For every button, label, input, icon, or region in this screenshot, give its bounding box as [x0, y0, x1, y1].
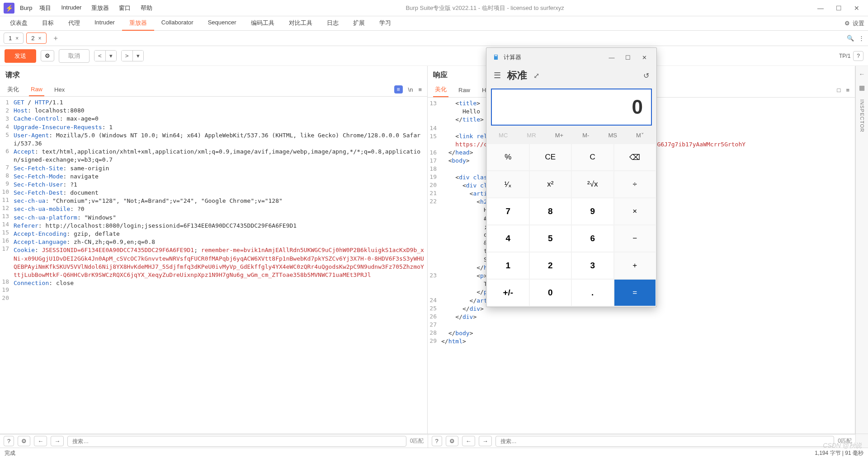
- main-tab-6[interactable]: Sequencer: [201, 16, 244, 31]
- nav-fwd-drop[interactable]: ▾: [133, 51, 143, 61]
- calc-btn-x²[interactable]: x²: [530, 171, 571, 197]
- calc-btn-⌫[interactable]: ⌫: [614, 144, 656, 170]
- calc-btn-×[interactable]: ×: [614, 198, 656, 224]
- menu-app[interactable]: Burp: [19, 3, 33, 13]
- main-tab-10[interactable]: 扩展: [346, 16, 372, 31]
- panel-tab-美化[interactable]: 美化: [433, 83, 448, 97]
- gear-icon[interactable]: ⚙: [446, 436, 458, 446]
- calc-history-icon[interactable]: ↺: [643, 71, 649, 80]
- main-tab-0[interactable]: 仪表盘: [3, 16, 35, 31]
- sub-tab-1[interactable]: 1×: [4, 33, 24, 44]
- settings-label[interactable]: 设置: [853, 19, 864, 28]
- main-tab-4[interactable]: 重放器: [122, 16, 154, 31]
- panel-tab-Raw[interactable]: Raw: [29, 83, 44, 96]
- help-icon[interactable]: ?: [432, 436, 442, 446]
- prev-match-button[interactable]: ←: [34, 436, 47, 446]
- prev-match-button[interactable]: ←: [462, 436, 475, 446]
- send-button[interactable]: 发送: [5, 49, 36, 63]
- panel-tab-Raw[interactable]: Raw: [457, 84, 472, 96]
- cancel-button[interactable]: 取消: [59, 49, 90, 63]
- calc-btn-.[interactable]: .: [572, 280, 613, 306]
- options-button[interactable]: ⚙: [41, 50, 54, 61]
- newline-icon[interactable]: \n: [408, 86, 413, 93]
- main-tab-1[interactable]: 目标: [35, 16, 61, 31]
- close-icon[interactable]: ×: [15, 35, 19, 42]
- nav-back-button[interactable]: <: [94, 51, 106, 61]
- calc-btn-9[interactable]: 9: [572, 198, 613, 224]
- panel-menu-icon[interactable]: ≡: [418, 86, 422, 93]
- calc-btn-+[interactable]: +: [614, 252, 656, 279]
- minimize-icon[interactable]: —: [816, 5, 825, 12]
- calc-mem-M+[interactable]: M+: [552, 130, 567, 140]
- calc-btn-−[interactable]: −: [614, 225, 656, 252]
- calc-btn-=[interactable]: =: [614, 280, 656, 306]
- layout-icon[interactable]: ▦: [859, 84, 865, 91]
- next-match-button[interactable]: →: [51, 436, 64, 446]
- inspector-sidebar: ← ▦ INSPECTOR: [855, 66, 868, 434]
- menu-帮助[interactable]: 帮助: [140, 2, 153, 14]
- calc-mem-M-[interactable]: M-: [579, 130, 593, 140]
- nav-back-drop[interactable]: ▾: [106, 51, 116, 61]
- calc-menu-icon[interactable]: ☰: [494, 70, 501, 80]
- format-icon[interactable]: ≡: [394, 85, 403, 93]
- calc-close-icon[interactable]: ✕: [638, 54, 650, 61]
- title-bar: ⚡ Burp 项目Intruder重放器窗口帮助 Burp Suite专业版 v…: [0, 0, 868, 16]
- main-tab-7[interactable]: 编码工具: [244, 16, 282, 31]
- calc-btn-5[interactable]: 5: [530, 225, 571, 252]
- menu-项目[interactable]: 项目: [38, 2, 52, 14]
- calc-btn-4[interactable]: 4: [487, 225, 529, 252]
- calc-btn-+/-[interactable]: +/-: [487, 280, 529, 306]
- calc-btn-²√x[interactable]: ²√x: [572, 171, 613, 197]
- calc-btn-¹⁄ₓ[interactable]: ¹⁄ₓ: [487, 171, 529, 197]
- calc-minimize-icon[interactable]: —: [606, 54, 618, 61]
- calc-btn-8[interactable]: 8: [530, 198, 571, 224]
- calc-keep-on-top-icon[interactable]: ⤢: [533, 71, 539, 80]
- panel-menu-icon[interactable]: ≡: [846, 87, 849, 93]
- nav-fwd-button[interactable]: >: [122, 51, 133, 61]
- maximize-icon[interactable]: ☐: [835, 5, 843, 12]
- calc-btn-C[interactable]: C: [572, 144, 613, 170]
- main-tab-2[interactable]: 代理: [61, 16, 87, 31]
- panel-tab-Hex[interactable]: Hex: [52, 84, 66, 96]
- calc-btn-3[interactable]: 3: [572, 252, 613, 279]
- close-icon[interactable]: ✕: [853, 5, 861, 12]
- next-match-button[interactable]: →: [479, 436, 492, 446]
- gear-icon[interactable]: ⚙: [844, 20, 850, 27]
- main-tab-11[interactable]: 学习: [372, 16, 398, 31]
- main-tab-5[interactable]: Collaborator: [154, 16, 201, 31]
- arrow-left-icon[interactable]: ←: [859, 70, 865, 78]
- sub-tab-2[interactable]: 2×: [26, 33, 46, 44]
- menu-窗口[interactable]: 窗口: [118, 2, 132, 14]
- calc-btn-6[interactable]: 6: [572, 225, 613, 252]
- main-tab-3[interactable]: Intruder: [87, 16, 122, 31]
- tab-add-button[interactable]: +: [49, 33, 62, 44]
- calc-mem-M˅[interactable]: M˅: [632, 130, 648, 140]
- calc-maximize-icon[interactable]: ☐: [622, 54, 634, 61]
- panel-tab-美化[interactable]: 美化: [5, 83, 21, 96]
- gear-icon[interactable]: ⚙: [18, 436, 30, 446]
- calc-btn-0[interactable]: 0: [530, 280, 571, 306]
- close-icon[interactable]: ×: [38, 35, 41, 42]
- calc-btn-1[interactable]: 1: [487, 252, 529, 279]
- request-search-input[interactable]: [67, 436, 406, 447]
- kebab-icon[interactable]: ⋮: [859, 35, 864, 42]
- calc-btn-÷[interactable]: ÷: [614, 171, 656, 197]
- calc-btn-CE[interactable]: CE: [530, 144, 571, 170]
- calc-btn-%[interactable]: %: [487, 144, 529, 170]
- help-icon[interactable]: ?: [853, 51, 863, 61]
- response-search-input[interactable]: [495, 436, 835, 447]
- help-icon[interactable]: ?: [4, 436, 14, 446]
- menu-重放器[interactable]: 重放器: [90, 2, 110, 14]
- panel-format-icon[interactable]: □: [837, 87, 841, 93]
- calc-mem-MS[interactable]: MS: [604, 130, 621, 140]
- search-icon[interactable]: 🔍: [847, 35, 854, 42]
- main-tab-9[interactable]: 日志: [320, 16, 346, 31]
- calc-btn-7[interactable]: 7: [487, 198, 529, 224]
- main-tab-8[interactable]: 对比工具: [282, 16, 320, 31]
- calc-mode-label: 标准: [507, 69, 527, 82]
- calculator-window: 🖩 计算器 — ☐ ✕ ☰ 标准 ⤢ ↺ 0 MCMRM+M-MSM˅ %CEC…: [486, 47, 657, 307]
- inspector-label[interactable]: INSPECTOR: [859, 99, 865, 132]
- calc-btn-2[interactable]: 2: [530, 252, 571, 279]
- menu-Intruder[interactable]: Intruder: [60, 2, 82, 14]
- request-editor[interactable]: 1234567891011121314151617181920 GET / HT…: [0, 97, 427, 434]
